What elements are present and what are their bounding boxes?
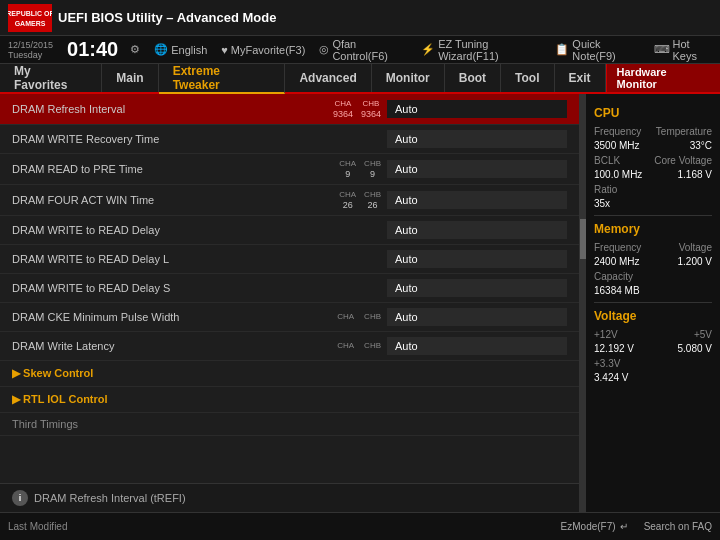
dram-write-recovery-value[interactable]: Auto — [387, 130, 567, 148]
cpu-freq-temp-values: 3500 MHz 33°C — [594, 140, 712, 151]
quicknote-item[interactable]: 📋 Quick Note(F9) — [555, 38, 639, 62]
info-icon: i — [12, 490, 28, 506]
date-text: 12/15/2015 — [8, 40, 53, 50]
cpu-bclk-cv-values: 100.0 MHz 1.168 V — [594, 169, 712, 180]
info-bar: 12/15/2015 Tuesday 01:40 ⚙ 🌐 English ♥ M… — [0, 36, 720, 64]
setting-dram-cke[interactable]: DRAM CKE Minimum Pulse Width CHA CHB Aut… — [0, 303, 579, 332]
hotkeys-item[interactable]: ⌨ Hot Keys — [654, 38, 713, 62]
nav-boot[interactable]: Boot — [445, 64, 501, 92]
note-icon: 📋 — [555, 43, 569, 56]
dram-write-read-delay-l-value[interactable]: Auto — [387, 250, 567, 268]
header-title: UEFI BIOS Utility – Advanced Mode — [58, 10, 276, 25]
setting-dram-read-pre[interactable]: DRAM READ to PRE Time CHA 9 CHB 9 Auto — [0, 154, 579, 185]
svg-rect-0 — [8, 4, 52, 32]
header-bar: REPUBLIC OF GAMERS UEFI BIOS Utility – A… — [0, 0, 720, 36]
scrollbar[interactable] — [580, 94, 586, 512]
dram-refresh-value[interactable]: Auto — [387, 100, 567, 118]
eztuning-item[interactable]: ⚡ EZ Tuning Wizard(F11) — [421, 38, 541, 62]
cpu-ratio-label: Ratio — [594, 184, 712, 195]
nav-main[interactable]: Main — [102, 64, 158, 92]
skew-control-section[interactable]: ▶ Skew Control — [0, 361, 579, 387]
dram-read-pre-value[interactable]: Auto — [387, 160, 567, 178]
info-text: DRAM Refresh Interval (tREFI) — [34, 492, 186, 504]
setting-dram-write-latency[interactable]: DRAM Write Latency CHA CHB Auto — [0, 332, 579, 361]
scroll-thumb[interactable] — [580, 219, 586, 259]
third-timings-section: Third Timings — [0, 413, 579, 436]
nav-monitor[interactable]: Monitor — [372, 64, 445, 92]
svg-text:REPUBLIC OF: REPUBLIC OF — [8, 10, 52, 17]
cpu-bclk-cv-labels: BCLK Core Voltage — [594, 155, 712, 166]
nav-extreme-tweaker[interactable]: Extreme Tweaker — [159, 64, 286, 94]
setting-dram-four-act[interactable]: DRAM FOUR ACT WIN Time CHA 26 CHB 26 Aut… — [0, 185, 579, 216]
volt-12-5-values: 12.192 V 5.080 V — [594, 343, 712, 354]
nav-hardware-monitor[interactable]: Hardware Monitor — [606, 64, 720, 92]
volt-33-value: 3.424 V — [594, 372, 712, 383]
dram-write-read-delay-value[interactable]: Auto — [387, 221, 567, 239]
dram-cke-value[interactable]: Auto — [387, 308, 567, 326]
info-row: i DRAM Refresh Interval (tREFI) — [0, 483, 579, 512]
rtl-iol-section[interactable]: ▶ RTL IOL Control — [0, 387, 579, 413]
volt-12-5-labels: +12V +5V — [594, 329, 712, 340]
fan-icon: ◎ — [319, 43, 329, 56]
mem-capacity-value: 16384 MB — [594, 285, 712, 296]
status-last-modified: Last Modified — [8, 521, 67, 532]
mem-capacity-label: Capacity — [594, 271, 712, 282]
cpu-section-title: CPU — [594, 106, 712, 120]
settings-icon[interactable]: ⚙ — [130, 43, 140, 56]
search-faq-button[interactable]: Search on FAQ — [644, 521, 712, 532]
settings-panel: DRAM Refresh Interval CHA 9364 CHB 9364 … — [0, 94, 580, 512]
globe-icon: 🌐 — [154, 43, 168, 56]
setting-dram-refresh-interval[interactable]: DRAM Refresh Interval CHA 9364 CHB 9364 … — [0, 94, 579, 125]
volt-33-label: +3.3V — [594, 358, 712, 369]
heart-icon: ♥ — [221, 44, 228, 56]
main-content: OVERCLOCK.NET DRAM Refresh Interval CHA … — [0, 94, 720, 512]
nav-bar: My Favorites Main Extreme Tweaker Advanc… — [0, 64, 720, 94]
qfan-item[interactable]: ◎ Qfan Control(F6) — [319, 38, 407, 62]
cpu-frequency-row: Frequency Temperature — [594, 126, 712, 137]
rog-logo-icon: REPUBLIC OF GAMERS — [8, 4, 52, 32]
read-pre-chips: CHA 9 CHB 9 — [339, 159, 381, 179]
status-right: EzMode(F7) ↵ Search on FAQ — [561, 521, 712, 532]
hw-divider-2 — [594, 302, 712, 303]
datetime-display: 12/15/2015 Tuesday — [8, 40, 53, 60]
hw-monitor-panel: CPU Frequency Temperature 3500 MHz 33°C … — [586, 94, 720, 512]
setting-dram-write-read-delay[interactable]: DRAM WRITE to READ Delay Auto — [0, 216, 579, 245]
svg-text:GAMERS: GAMERS — [15, 20, 46, 27]
logo-area: REPUBLIC OF GAMERS UEFI BIOS Utility – A… — [8, 4, 276, 32]
cha-chb-chips: CHA 9364 CHB 9364 — [333, 99, 381, 119]
nav-tool[interactable]: Tool — [501, 64, 554, 92]
status-bar: Last Modified EzMode(F7) ↵ Search on FAQ — [0, 512, 720, 540]
keyboard-icon: ⌨ — [654, 43, 670, 56]
nav-exit[interactable]: Exit — [555, 64, 606, 92]
dram-write-read-delay-s-value[interactable]: Auto — [387, 279, 567, 297]
arrow-icon: ↵ — [620, 521, 628, 532]
nav-my-favorites[interactable]: My Favorites — [0, 64, 102, 92]
dram-four-act-value[interactable]: Auto — [387, 191, 567, 209]
hw-divider-1 — [594, 215, 712, 216]
time-display: 01:40 — [67, 38, 118, 61]
mem-freq-volt-labels: Frequency Voltage — [594, 242, 712, 253]
myfav-item[interactable]: ♥ MyFavorite(F3) — [221, 44, 305, 56]
day-text: Tuesday — [8, 50, 53, 60]
nav-advanced[interactable]: Advanced — [285, 64, 371, 92]
dram-write-latency-value[interactable]: Auto — [387, 337, 567, 355]
mem-freq-volt-values: 2400 MHz 1.200 V — [594, 256, 712, 267]
wizard-icon: ⚡ — [421, 43, 435, 56]
language-item[interactable]: 🌐 English — [154, 43, 207, 56]
voltage-section-title: Voltage — [594, 309, 712, 323]
setting-dram-write-recovery[interactable]: DRAM WRITE Recovery Time Auto — [0, 125, 579, 154]
ezmode-button[interactable]: EzMode(F7) ↵ — [561, 521, 628, 532]
setting-dram-write-read-delay-l[interactable]: DRAM WRITE to READ Delay L Auto — [0, 245, 579, 274]
four-act-chips: CHA 26 CHB 26 — [339, 190, 381, 210]
cpu-ratio-value: 35x — [594, 198, 712, 209]
setting-dram-write-read-delay-s[interactable]: DRAM WRITE to READ Delay S Auto — [0, 274, 579, 303]
memory-section-title: Memory — [594, 222, 712, 236]
